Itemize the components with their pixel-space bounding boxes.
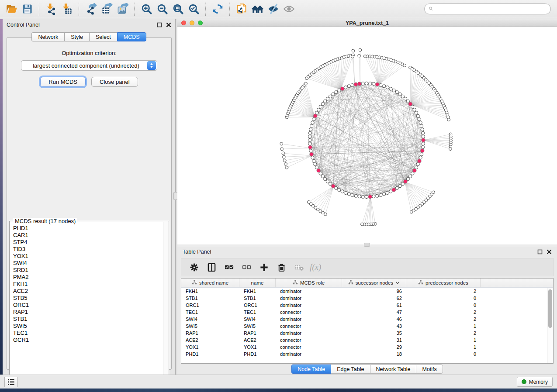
graph-node[interactable]	[351, 193, 354, 196]
import-network-button[interactable]	[43, 1, 59, 17]
mcds-result-item[interactable]: STP4	[13, 239, 163, 246]
graph-node[interactable]	[421, 146, 424, 149]
graph-node[interactable]	[365, 195, 368, 198]
column-header-shared-name[interactable]: shared name	[181, 279, 239, 287]
graph-leaf-node[interactable]	[283, 159, 286, 162]
graph-node[interactable]	[382, 85, 385, 88]
export-image-button[interactable]	[114, 1, 130, 17]
graph-node[interactable]	[404, 97, 407, 100]
mcds-hub-node[interactable]	[331, 184, 335, 188]
tab-select[interactable]: Select	[89, 32, 117, 41]
mcds-result-item[interactable]: ACE2	[13, 288, 163, 295]
graph-leaf-node[interactable]	[360, 223, 363, 226]
mcds-hub-node[interactable]	[340, 87, 344, 91]
graph-node[interactable]	[335, 91, 338, 94]
graph-node[interactable]	[321, 175, 324, 178]
mcds-result-item[interactable]: TID3	[13, 246, 163, 253]
graph-node[interactable]	[326, 180, 329, 183]
graph-node[interactable]	[422, 135, 425, 138]
network-graph[interactable]	[177, 28, 557, 244]
graph-node[interactable]	[311, 156, 314, 159]
graph-node[interactable]	[338, 89, 341, 92]
table-row[interactable]: TEC1TEC1connector472	[181, 309, 547, 316]
table-row[interactable]: STB1STB1dominator620	[181, 295, 547, 302]
horizontal-splitter-grip[interactable]	[364, 243, 370, 247]
graph-leaf-node[interactable]	[285, 166, 288, 169]
graph-leaf-node[interactable]	[359, 48, 362, 52]
graph-leaf-node[interactable]	[282, 152, 285, 155]
table-row[interactable]: FKH1FKH1dominator962	[181, 288, 547, 295]
graph-leaf-node[interactable]	[280, 148, 284, 151]
zoom-selected-button[interactable]	[186, 1, 201, 17]
graph-node[interactable]	[344, 191, 347, 194]
mcds-hub-node[interactable]	[313, 114, 317, 118]
graph-node[interactable]	[420, 153, 423, 156]
mcds-hub-node[interactable]	[317, 168, 321, 172]
mcds-result-item[interactable]: TEC1	[13, 330, 163, 337]
add-column-button[interactable]	[257, 261, 270, 274]
mcds-hub-node[interactable]	[392, 188, 396, 192]
graph-leaf-node[interactable]	[410, 210, 413, 213]
graph-node[interactable]	[416, 114, 419, 117]
graph-node[interactable]	[382, 193, 385, 196]
graph-node[interactable]	[420, 124, 423, 127]
graph-node[interactable]	[344, 86, 347, 89]
graph-node[interactable]	[389, 87, 392, 90]
graph-node[interactable]	[372, 82, 375, 85]
graph-node[interactable]	[401, 95, 404, 98]
graph-node[interactable]	[408, 175, 412, 178]
save-session-button[interactable]	[19, 1, 35, 17]
run-mcds-button[interactable]: Run MCDS	[40, 77, 86, 87]
mcds-hub-node[interactable]	[354, 83, 358, 86]
graph-node[interactable]	[372, 195, 375, 198]
graph-node[interactable]	[379, 193, 382, 196]
graph-node[interactable]	[308, 135, 311, 138]
graph-node[interactable]	[365, 82, 368, 85]
network-canvas[interactable]	[177, 28, 557, 244]
close-panel-icon[interactable]	[166, 22, 171, 28]
graph-node[interactable]	[413, 108, 416, 111]
graph-node[interactable]	[347, 85, 350, 88]
graph-node[interactable]	[392, 89, 395, 92]
mcds-result-item[interactable]: ORC1	[13, 302, 163, 309]
graph-leaf-node[interactable]	[284, 162, 287, 165]
deselect-all-rows-button[interactable]	[240, 261, 253, 274]
export-network-button[interactable]	[83, 1, 99, 17]
graph-leaf-node[interactable]	[282, 155, 285, 158]
column-header-predecessor-nodes[interactable]: predecessor nodes	[406, 279, 481, 287]
graph-node[interactable]	[415, 111, 418, 114]
graph-node[interactable]	[332, 93, 335, 96]
mcds-hub-node[interactable]	[375, 83, 379, 86]
mcds-hub-node[interactable]	[404, 179, 408, 183]
mcds-hub-node[interactable]	[308, 145, 312, 149]
mcds-hub-node[interactable]	[422, 138, 426, 142]
graph-node[interactable]	[398, 93, 401, 96]
tab-mcds[interactable]: MCDS	[117, 32, 146, 41]
memory-button[interactable]: Memory	[517, 377, 553, 387]
graph-node[interactable]	[416, 163, 419, 166]
graph-node[interactable]	[314, 163, 317, 166]
mcds-result-item[interactable]: YOX1	[13, 253, 163, 260]
tab-network[interactable]: Network	[31, 32, 64, 41]
graph-leaf-node[interactable]	[351, 55, 354, 58]
graph-node[interactable]	[324, 100, 327, 103]
graph-node[interactable]	[319, 105, 322, 108]
mcds-hub-node[interactable]	[310, 152, 314, 156]
graph-node[interactable]	[361, 195, 364, 198]
graph-node[interactable]	[312, 117, 315, 120]
graph-leaf-node[interactable]	[352, 49, 355, 52]
table-row[interactable]: RAP1RAP1dominator352	[181, 330, 547, 337]
show-columns-button[interactable]	[205, 261, 218, 274]
table-scrollbar[interactable]	[547, 288, 553, 363]
mcds-result-item[interactable]: GCR1	[13, 337, 163, 344]
zoom-fit-button[interactable]	[170, 1, 186, 17]
mcds-result-item[interactable]: FKH1	[13, 281, 163, 288]
zoom-out-button[interactable]	[154, 1, 170, 17]
delete-column-button[interactable]	[275, 261, 288, 274]
mcds-hub-node[interactable]	[357, 82, 361, 86]
graph-node[interactable]	[368, 82, 371, 85]
graph-node[interactable]	[422, 142, 425, 145]
criterion-dropdown[interactable]: largest connected component (undirected)	[21, 60, 157, 71]
graph-node[interactable]	[421, 131, 424, 134]
graph-node[interactable]	[419, 156, 422, 159]
